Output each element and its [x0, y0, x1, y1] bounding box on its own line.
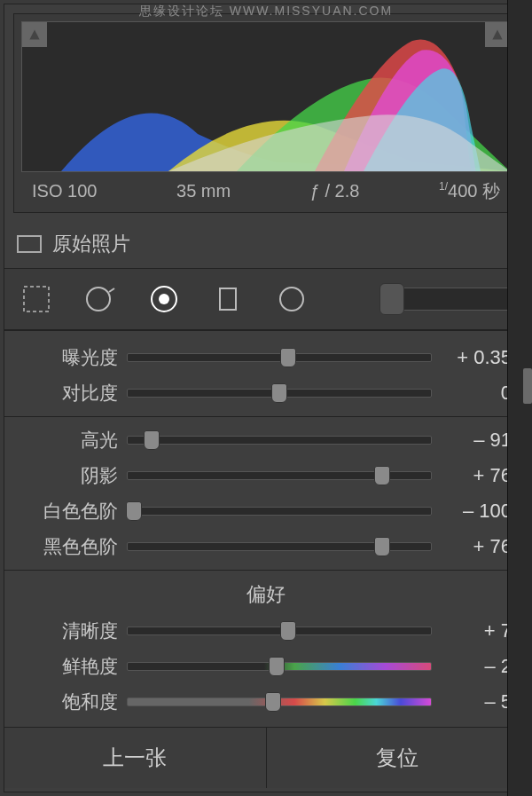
blacks-label: 黑色色阶	[20, 534, 118, 559]
histogram-graph	[22, 22, 510, 171]
contrast-value: 0	[441, 382, 512, 405]
clarity-label: 清晰度	[20, 619, 118, 643]
svg-point-5	[159, 294, 169, 304]
previous-button[interactable]: 上一张	[4, 728, 267, 788]
svg-point-7	[280, 288, 303, 311]
svg-rect-2	[24, 287, 49, 311]
highlights-value: – 91	[441, 429, 512, 452]
clarity-slider[interactable]	[127, 627, 432, 635]
basic-sliders: 曝光度 + 0.35 对比度 0 高光 – 91 阴影 + 76 白色	[4, 330, 528, 727]
whites-value: – 100	[441, 500, 512, 523]
shadow-clip-indicator[interactable]	[22, 22, 47, 47]
clarity-value: + 7	[441, 619, 512, 642]
histogram-panel: ISO 100 35 mm ƒ / 2.8 1/400 秒	[13, 13, 519, 213]
right-scrollbar[interactable]	[507, 0, 532, 796]
highlight-clip-indicator[interactable]	[485, 22, 510, 47]
svg-rect-6	[220, 288, 236, 310]
crop-tool[interactable]	[17, 280, 56, 319]
highlights-label: 高光	[20, 428, 118, 453]
shadows-label: 阴影	[20, 463, 118, 488]
develop-panel: ISO 100 35 mm ƒ / 2.8 1/400 秒 原始照片	[4, 4, 528, 792]
whites-label: 白色色阶	[20, 499, 118, 524]
vibrance-label: 鲜艳度	[20, 654, 118, 679]
contrast-label: 对比度	[20, 381, 118, 406]
svg-marker-0	[29, 29, 39, 39]
switch-knob	[379, 283, 404, 315]
exposure-value: + 0.35	[441, 346, 512, 369]
exposure-label: 曝光度	[20, 345, 118, 370]
scrollbar-thumb[interactable]	[523, 368, 532, 404]
original-label: 原始照片	[52, 231, 130, 257]
blacks-value: + 76	[441, 535, 512, 558]
footer-buttons: 上一张 复位	[4, 727, 528, 788]
graduated-filter-tool[interactable]	[208, 280, 247, 319]
contrast-slider[interactable]	[127, 389, 432, 398]
spot-removal-tool[interactable]	[81, 280, 120, 319]
saturation-slider[interactable]	[127, 697, 432, 706]
blacks-slider[interactable]	[127, 542, 432, 551]
tool-strip	[4, 268, 528, 330]
reset-button[interactable]: 复位	[267, 728, 528, 788]
vibrance-slider[interactable]	[127, 662, 432, 671]
saturation-label: 饱和度	[20, 690, 118, 714]
redeye-tool[interactable]	[145, 280, 184, 319]
vibrance-value: – 2	[441, 655, 512, 678]
watermark-text: 思缘设计论坛 WWW.MISSYUAN.COM	[139, 4, 393, 20]
adjustment-brush-switch[interactable]	[382, 288, 515, 311]
svg-point-3	[87, 288, 110, 311]
preference-header: 偏好	[20, 576, 512, 613]
saturation-value: – 5	[441, 690, 512, 713]
histogram[interactable]	[21, 21, 511, 172]
exif-shutter: 1/400 秒	[439, 179, 500, 203]
radial-filter-tool[interactable]	[272, 280, 311, 319]
exif-iso: ISO 100	[32, 181, 97, 201]
shadows-value: + 76	[441, 464, 512, 487]
exif-aperture: ƒ / 2.8	[310, 181, 360, 201]
whites-slider[interactable]	[127, 507, 432, 516]
rectangle-icon	[17, 235, 42, 253]
highlights-slider[interactable]	[127, 436, 432, 445]
exif-info: ISO 100 35 mm ƒ / 2.8 1/400 秒	[21, 172, 511, 205]
exif-focal: 35 mm	[176, 181, 231, 201]
original-photo-row[interactable]: 原始照片	[4, 222, 528, 261]
svg-marker-1	[492, 29, 502, 39]
shadows-slider[interactable]	[127, 471, 432, 480]
exposure-slider[interactable]	[127, 353, 432, 362]
